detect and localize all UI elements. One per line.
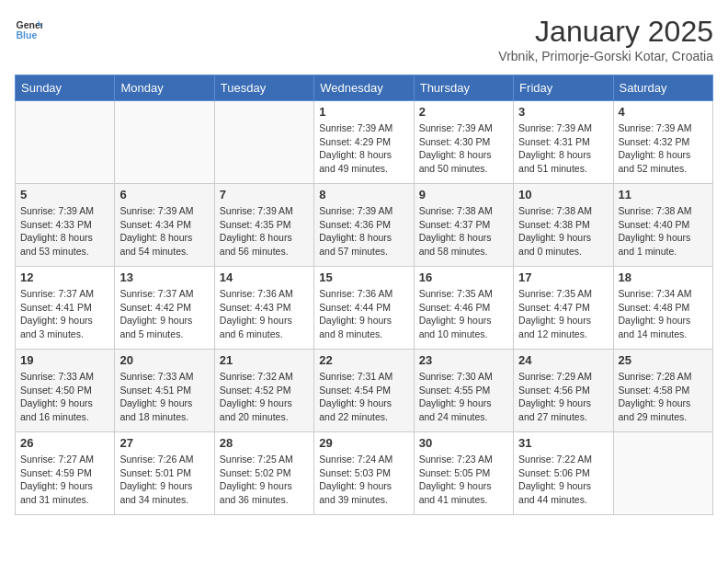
header-sunday: Sunday [16,75,115,101]
table-row: 16Sunrise: 7:35 AMSunset: 4:46 PMDayligh… [414,267,513,350]
table-row: 2Sunrise: 7:39 AMSunset: 4:30 PMDaylight… [414,101,513,184]
table-row: 1Sunrise: 7:39 AMSunset: 4:29 PMDaylight… [314,101,414,184]
day-number: 25 [619,353,708,367]
day-number: 28 [220,436,309,450]
table-row [16,101,115,184]
day-info: Sunrise: 7:39 AMSunset: 4:31 PMDaylight:… [518,121,608,176]
day-info: Sunrise: 7:39 AMSunset: 4:29 PMDaylight:… [319,121,408,176]
calendar-week-row: 12Sunrise: 7:37 AMSunset: 4:41 PMDayligh… [16,267,713,350]
day-number: 1 [319,105,408,119]
day-info: Sunrise: 7:38 AMSunset: 4:38 PMDaylight:… [518,204,608,259]
table-row [214,101,313,184]
day-info: Sunrise: 7:38 AMSunset: 4:40 PMDaylight:… [619,204,708,259]
day-number: 22 [319,353,408,367]
table-row: 6Sunrise: 7:39 AMSunset: 4:34 PMDaylight… [115,184,214,267]
day-info: Sunrise: 7:24 AMSunset: 5:03 PMDaylight:… [319,453,408,507]
table-row: 3Sunrise: 7:39 AMSunset: 4:31 PMDaylight… [514,101,613,184]
table-row: 5Sunrise: 7:39 AMSunset: 4:33 PMDaylight… [16,184,115,267]
day-info: Sunrise: 7:36 AMSunset: 4:44 PMDaylight:… [319,287,408,341]
calendar-week-row: 5Sunrise: 7:39 AMSunset: 4:33 PMDaylight… [16,184,713,267]
day-info: Sunrise: 7:34 AMSunset: 4:48 PMDaylight:… [619,287,708,341]
table-row: 17Sunrise: 7:35 AMSunset: 4:47 PMDayligh… [514,267,613,350]
day-number: 11 [619,188,708,201]
day-number: 14 [220,270,309,284]
day-info: Sunrise: 7:27 AMSunset: 4:59 PMDaylight:… [20,453,109,507]
day-info: Sunrise: 7:30 AMSunset: 4:55 PMDaylight:… [419,370,508,424]
table-row: 31Sunrise: 7:22 AMSunset: 5:06 PMDayligh… [514,432,613,515]
table-row: 28Sunrise: 7:25 AMSunset: 5:02 PMDayligh… [214,432,313,515]
day-number: 10 [518,188,608,201]
table-row: 26Sunrise: 7:27 AMSunset: 4:59 PMDayligh… [16,432,115,515]
day-number: 3 [518,105,608,119]
table-row: 20Sunrise: 7:33 AMSunset: 4:51 PMDayligh… [115,350,214,432]
day-info: Sunrise: 7:35 AMSunset: 4:47 PMDaylight:… [518,287,608,341]
day-number: 27 [119,436,209,450]
day-number: 21 [220,353,309,367]
day-info: Sunrise: 7:39 AMSunset: 4:34 PMDaylight:… [119,204,209,259]
day-info: Sunrise: 7:39 AMSunset: 4:32 PMDaylight:… [619,121,708,176]
day-number: 15 [319,270,408,284]
table-row: 11Sunrise: 7:38 AMSunset: 4:40 PMDayligh… [613,184,712,267]
calendar-subtitle: Vrbnik, Primorje-Gorski Kotar, Croatia [498,49,713,63]
day-number: 17 [518,270,608,284]
day-number: 31 [518,436,608,450]
header-saturday: Saturday [613,75,712,101]
table-row: 13Sunrise: 7:37 AMSunset: 4:42 PMDayligh… [115,267,214,350]
calendar-week-row: 26Sunrise: 7:27 AMSunset: 4:59 PMDayligh… [16,432,713,515]
day-info: Sunrise: 7:37 AMSunset: 4:41 PMDaylight:… [20,287,109,341]
svg-text:Blue: Blue [17,29,38,40]
day-info: Sunrise: 7:36 AMSunset: 4:43 PMDaylight:… [220,287,309,341]
table-row: 14Sunrise: 7:36 AMSunset: 4:43 PMDayligh… [214,267,313,350]
day-info: Sunrise: 7:29 AMSunset: 4:56 PMDaylight:… [518,370,608,424]
table-row [115,101,214,184]
header-thursday: Thursday [414,75,513,101]
title-block: January 2025 Vrbnik, Primorje-Gorski Kot… [498,15,713,63]
day-number: 12 [20,270,109,284]
day-info: Sunrise: 7:37 AMSunset: 4:42 PMDaylight:… [119,287,209,341]
table-row: 8Sunrise: 7:39 AMSunset: 4:36 PMDaylight… [314,184,414,267]
day-info: Sunrise: 7:39 AMSunset: 4:33 PMDaylight:… [20,204,109,259]
day-info: Sunrise: 7:31 AMSunset: 4:54 PMDaylight:… [319,370,408,424]
day-number: 29 [319,436,408,450]
calendar-table: Sunday Monday Tuesday Wednesday Thursday… [15,75,713,515]
day-number: 30 [419,436,508,450]
day-info: Sunrise: 7:32 AMSunset: 4:52 PMDaylight:… [220,370,309,424]
calendar-week-row: 19Sunrise: 7:33 AMSunset: 4:50 PMDayligh… [16,350,713,432]
day-number: 23 [419,353,508,367]
header-monday: Monday [115,75,214,101]
day-info: Sunrise: 7:22 AMSunset: 5:06 PMDaylight:… [518,453,608,507]
day-info: Sunrise: 7:33 AMSunset: 4:51 PMDaylight:… [119,370,209,424]
day-number: 9 [419,188,508,201]
day-info: Sunrise: 7:39 AMSunset: 4:35 PMDaylight:… [220,204,309,259]
day-number: 16 [419,270,508,284]
day-number: 2 [419,105,508,119]
day-info: Sunrise: 7:23 AMSunset: 5:05 PMDaylight:… [419,453,508,507]
calendar-title: January 2025 [498,15,713,49]
day-number: 5 [20,188,109,201]
table-row: 21Sunrise: 7:32 AMSunset: 4:52 PMDayligh… [214,350,313,432]
day-number: 18 [619,270,708,284]
table-row: 23Sunrise: 7:30 AMSunset: 4:55 PMDayligh… [414,350,513,432]
table-row: 25Sunrise: 7:28 AMSunset: 4:58 PMDayligh… [613,350,712,432]
day-info: Sunrise: 7:39 AMSunset: 4:36 PMDaylight:… [319,204,408,259]
table-row: 29Sunrise: 7:24 AMSunset: 5:03 PMDayligh… [314,432,414,515]
header-tuesday: Tuesday [214,75,313,101]
day-number: 20 [119,353,209,367]
table-row: 12Sunrise: 7:37 AMSunset: 4:41 PMDayligh… [16,267,115,350]
table-row: 27Sunrise: 7:26 AMSunset: 5:01 PMDayligh… [115,432,214,515]
day-number: 4 [619,105,708,119]
day-info: Sunrise: 7:26 AMSunset: 5:01 PMDaylight:… [119,453,209,507]
day-info: Sunrise: 7:38 AMSunset: 4:37 PMDaylight:… [419,204,508,259]
table-row: 24Sunrise: 7:29 AMSunset: 4:56 PMDayligh… [514,350,613,432]
day-info: Sunrise: 7:39 AMSunset: 4:30 PMDaylight:… [419,121,508,176]
table-row: 18Sunrise: 7:34 AMSunset: 4:48 PMDayligh… [613,267,712,350]
day-number: 26 [20,436,109,450]
header-friday: Friday [514,75,613,101]
table-row: 30Sunrise: 7:23 AMSunset: 5:05 PMDayligh… [414,432,513,515]
table-row: 10Sunrise: 7:38 AMSunset: 4:38 PMDayligh… [514,184,613,267]
table-row [613,432,712,515]
day-number: 7 [220,188,309,201]
table-row: 7Sunrise: 7:39 AMSunset: 4:35 PMDaylight… [214,184,313,267]
table-row: 19Sunrise: 7:33 AMSunset: 4:50 PMDayligh… [16,350,115,432]
table-row: 9Sunrise: 7:38 AMSunset: 4:37 PMDaylight… [414,184,513,267]
